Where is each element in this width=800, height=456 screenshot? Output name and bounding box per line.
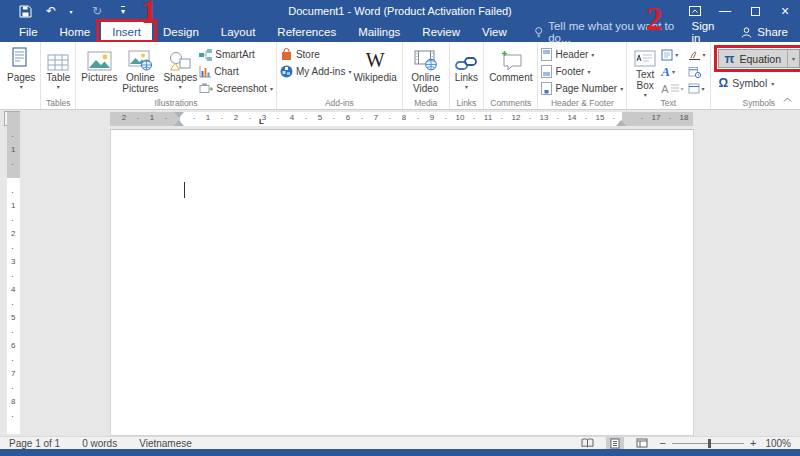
maximize-button[interactable]	[740, 0, 770, 22]
quick-parts-button[interactable]: ▾	[660, 46, 684, 63]
tab-layout[interactable]: Layout	[210, 22, 267, 42]
ribbon: Pages ▾ Table ▾ Tables Pictures Online P…	[0, 42, 800, 110]
sign-in-link[interactable]: Sign in	[692, 20, 722, 44]
group-header-footer: Header ▾ Footer ▾ Page Number ▾ Header &…	[538, 42, 627, 109]
word-count[interactable]: 0 words	[82, 438, 117, 449]
group-pages: Pages ▾	[2, 42, 41, 109]
pictures-icon	[87, 51, 112, 71]
tab-file[interactable]: File	[8, 22, 49, 42]
pages-button[interactable]: Pages ▾	[5, 44, 37, 98]
document-area: L 211234567891011121314151718···········…	[0, 110, 800, 436]
chart-button[interactable]: Chart	[199, 63, 273, 80]
online-pictures-button[interactable]: Online Pictures	[119, 44, 161, 98]
group-addins: Store My Add-ins ▾ W Wikipedia Add-ins	[277, 42, 403, 109]
wikipedia-icon: W	[366, 45, 385, 72]
tab-view[interactable]: View	[471, 22, 518, 42]
customize-qat-button[interactable]: ▾	[110, 0, 136, 22]
drop-cap-button[interactable]: A ▾	[660, 80, 684, 97]
undo-dropdown[interactable]: ▾	[58, 0, 84, 22]
wikipedia-button[interactable]: W Wikipedia	[351, 44, 398, 98]
right-indent-marker[interactable]	[616, 120, 626, 126]
document-page[interactable]	[110, 129, 694, 436]
comment-button[interactable]: Comment	[487, 44, 534, 98]
first-line-indent-marker[interactable]	[174, 112, 184, 118]
online-video-button[interactable]: Online Video	[406, 44, 446, 98]
account-area: Sign in Share	[692, 22, 800, 42]
redo-icon: ↻	[92, 4, 102, 18]
share-button[interactable]: Share	[741, 26, 788, 38]
save-button[interactable]	[12, 0, 38, 22]
vertical-ruler: 112345678···········	[7, 112, 20, 434]
lightbulb-icon	[534, 26, 543, 39]
title-bar: ↶ ▾ ↻ ▾ Document1 - Word (Product Activa…	[0, 0, 800, 22]
shapes-button[interactable]: Shapes ▾	[161, 44, 199, 98]
store-button[interactable]: Store	[280, 46, 351, 63]
links-button[interactable]: Links ▾	[453, 44, 480, 98]
online-pictures-icon	[128, 50, 153, 71]
zoom-slider[interactable]	[672, 443, 744, 444]
tell-me-box[interactable]: Tell me what you want to do...	[534, 22, 692, 42]
zoom-in-button[interactable]: +	[750, 437, 756, 449]
equation-dropdown[interactable]: ▾	[787, 50, 799, 67]
date-time-button[interactable]	[687, 63, 707, 80]
group-label-comments: Comments	[484, 98, 537, 108]
signature-line-button[interactable]: ▾	[687, 46, 707, 63]
collapse-ribbon-button[interactable]	[783, 88, 792, 106]
tab-home[interactable]: Home	[49, 22, 102, 42]
chevron-down-icon: ▾	[69, 8, 72, 15]
symbol-button[interactable]: Ω Symbol ▾	[714, 74, 775, 92]
group-label-links: Links	[450, 98, 483, 108]
minimize-button[interactable]: —	[710, 0, 740, 22]
zoom-level[interactable]: 100%	[765, 438, 791, 449]
table-button[interactable]: Table ▾	[44, 44, 72, 98]
text-box-button[interactable]: Text Box ▾	[630, 44, 660, 98]
footer-icon	[541, 65, 552, 78]
drop-cap-lines	[671, 83, 679, 94]
chevron-down-icon: ▾	[179, 84, 182, 90]
header-button[interactable]: Header ▾	[541, 46, 623, 63]
tab-insert[interactable]: Insert	[101, 22, 152, 42]
footer-button[interactable]: Footer ▾	[541, 63, 623, 80]
chevron-down-icon: ▾	[681, 86, 684, 92]
tab-design[interactable]: Design	[152, 22, 210, 42]
chevron-down-icon: ▾	[20, 84, 23, 90]
my-addins-button[interactable]: My Add-ins ▾	[280, 63, 351, 80]
store-icon	[280, 48, 293, 61]
pictures-button[interactable]: Pictures	[79, 44, 119, 98]
chevron-down-icon: ▾	[591, 52, 594, 58]
ribbon-display-options-button[interactable]	[680, 0, 710, 22]
chevron-down-icon: ▾	[672, 69, 675, 75]
my-addins-icon	[280, 65, 293, 78]
group-comments: Comment Comments	[484, 42, 538, 109]
tab-mailings[interactable]: Mailings	[347, 22, 411, 42]
page-count[interactable]: Page 1 of 1	[9, 438, 60, 449]
group-label-header-footer: Header & Footer	[538, 98, 626, 108]
group-label-addins: Add-ins	[277, 98, 402, 108]
close-button[interactable]: ×	[770, 0, 800, 22]
smartart-button[interactable]: SmartArt	[199, 46, 273, 63]
page-number-button[interactable]: Page Number ▾	[541, 80, 623, 97]
drop-cap-icon: A	[661, 83, 668, 95]
wordart-button[interactable]: A ▾	[660, 63, 684, 80]
object-button[interactable]: ▾	[687, 80, 707, 97]
tab-review[interactable]: Review	[411, 22, 471, 42]
web-layout-icon	[636, 438, 648, 448]
tab-references[interactable]: References	[266, 22, 347, 42]
zoom-slider-handle[interactable]	[708, 439, 711, 448]
object-icon	[688, 83, 700, 94]
tab-stop-marker[interactable]: L	[259, 118, 264, 126]
read-mode-button[interactable]	[579, 437, 597, 449]
status-bar: Page 1 of 1 0 words Vietnamese − + 100%	[0, 436, 800, 449]
redo-button[interactable]: ↻	[84, 0, 110, 22]
chevron-down-icon: ▾	[792, 56, 795, 62]
language-indicator[interactable]: Vietnamese	[139, 438, 192, 449]
screenshot-button[interactable]: Screenshot ▾	[199, 80, 273, 97]
zoom-out-button[interactable]: −	[660, 437, 666, 449]
chevron-down-icon: ▾	[702, 86, 705, 92]
web-layout-button[interactable]	[633, 437, 651, 449]
person-icon	[741, 27, 752, 38]
hanging-indent-marker[interactable]	[174, 120, 184, 126]
maximize-icon	[751, 7, 760, 16]
equation-button[interactable]: π Equation ▾	[718, 49, 800, 68]
print-layout-button[interactable]	[606, 437, 624, 449]
